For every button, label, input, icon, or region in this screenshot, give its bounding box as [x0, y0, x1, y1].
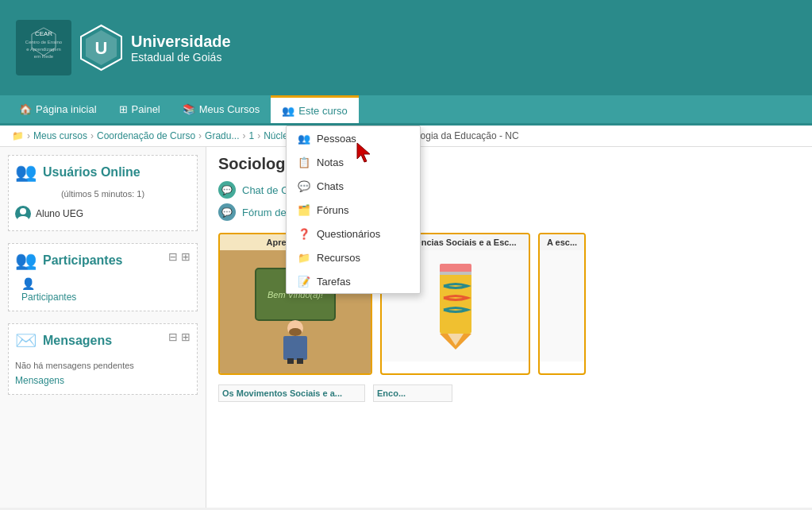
mensagens-link[interactable]: Mensagens: [15, 373, 190, 388]
block-controls[interactable]: ⊟ ⊞: [168, 250, 190, 263]
users-icon: 👥: [282, 105, 294, 117]
participantes-title: 👥 Participantes: [15, 250, 122, 271]
breadcrumb-1[interactable]: 1: [248, 130, 254, 141]
usuario-item: Aluno UEG: [15, 203, 190, 224]
no-messages-text: Não há mensagens pendentes: [15, 361, 190, 370]
logo-area: CEAR Centro de Ensino e Aprendizagem em …: [16, 20, 231, 75]
sidebar: 👥 Usuários Online (últimos 5 minutos: 1)…: [0, 147, 206, 508]
messages-icon: ✉️: [15, 330, 37, 351]
svg-rect-16: [287, 358, 294, 364]
chat-link-icon: 💬: [218, 181, 236, 199]
ueg-logo-icon: U: [79, 24, 123, 71]
users-block-icon: 👥: [15, 162, 37, 183]
dropdown-pessoas[interactable]: 👥 Pessoas: [287, 126, 420, 150]
tarefas-icon: 📝: [298, 275, 310, 288]
nav-pagina-inicial[interactable]: 🏠 Página inicial: [8, 95, 108, 123]
svg-text:em Rede: em Rede: [34, 54, 54, 59]
card-esc[interactable]: A esc...: [538, 233, 586, 375]
nav-painel[interactable]: ⊞ Painel: [108, 95, 171, 123]
university-text: Universidade Estadual de Goiás: [131, 33, 231, 64]
usuarios-online-title: 👥 Usuários Online: [15, 162, 190, 183]
dropdown-questionarios[interactable]: ❓ Questionários: [287, 222, 420, 245]
usuarios-subtitle: (últimos 5 minutos: 1): [15, 189, 190, 199]
main-navbar: 🏠 Página inicial ⊞ Painel 📚 Meus Cursos …: [0, 95, 812, 126]
svg-text:Centro de Ensino: Centro de Ensino: [25, 40, 63, 44]
participants-icon: 👥: [15, 250, 37, 271]
breadcrumb-meus-cursos[interactable]: Meus cursos: [33, 130, 87, 141]
svg-point-10: [17, 216, 29, 222]
card-enco[interactable]: Enco...: [373, 384, 452, 402]
cear-logo-icon: CEAR Centro de Ensino e Aprendizagem em …: [16, 20, 71, 75]
card-movimentos[interactable]: Os Movimentos Sociais e a...: [218, 384, 365, 402]
mensagens-block: ✉️ Mensagens ⊟ ⊞ Não há mensagens penden…: [8, 323, 198, 395]
svg-point-14: [289, 328, 302, 336]
questionarios-icon: ❓: [298, 227, 310, 240]
mensagens-block-controls[interactable]: ⊟ ⊞: [168, 330, 190, 343]
chats-icon: 💬: [298, 180, 310, 192]
user-avatar: [15, 206, 31, 222]
svg-text:U: U: [95, 38, 108, 58]
dropdown-notas[interactable]: 📋 Notas: [287, 150, 420, 174]
nav-este-curso[interactable]: 👥 Este curso: [271, 95, 358, 123]
foruns-icon: 🗂️: [298, 203, 310, 216]
svg-rect-15: [283, 336, 307, 360]
breadcrumb-home-icon: 📁: [12, 130, 24, 141]
este-curso-dropdown: 👥 Pessoas 📋 Notas 💬 Chats 🗂️ Fóruns ❓ Qu…: [286, 126, 421, 294]
participantes-block: 👥 Participantes ⊟ ⊞ 👤 Participantes: [8, 243, 198, 311]
book-icon: 📚: [183, 103, 195, 115]
card3-title: A esc...: [540, 234, 584, 250]
grid-icon: ⊞: [119, 103, 128, 115]
dropdown-foruns[interactable]: 🗂️ Fóruns: [287, 198, 420, 222]
usuarios-online-block: 👥 Usuários Online (últimos 5 minutos: 1)…: [8, 155, 198, 231]
svg-point-9: [20, 208, 26, 214]
participantes-link[interactable]: Participantes: [21, 290, 190, 304]
breadcrumb-coordenacao[interactable]: Coordenação de Curso: [97, 130, 195, 141]
pessoas-icon: 👥: [298, 132, 310, 145]
participants-person-icon: 👤: [21, 277, 35, 290]
recursos-icon: 📁: [298, 251, 310, 264]
page-header: CEAR Centro de Ensino e Aprendizagem em …: [0, 0, 812, 95]
cards-row2: Os Movimentos Sociais e a... Enco...: [218, 384, 800, 402]
breadcrumb-gradu[interactable]: Gradu...: [205, 130, 239, 141]
mensagens-title: ✉️ Mensagens: [15, 330, 112, 351]
nav-meus-cursos[interactable]: 📚 Meus Cursos: [171, 95, 271, 123]
dropdown-tarefas[interactable]: 📝 Tarefas: [287, 269, 420, 293]
usuario-name: Aluno UEG: [36, 208, 83, 219]
home-icon: 🏠: [19, 103, 32, 115]
svg-rect-17: [297, 358, 303, 364]
dropdown-recursos[interactable]: 📁 Recursos: [287, 245, 420, 269]
forum-link-icon: 💬: [218, 203, 236, 221]
breadcrumb-sep: ›: [27, 130, 30, 141]
card3-content: [540, 250, 586, 361]
svg-rect-22: [440, 272, 471, 275]
dropdown-chats[interactable]: 💬 Chats: [287, 174, 420, 198]
notas-icon: 📋: [298, 156, 310, 168]
